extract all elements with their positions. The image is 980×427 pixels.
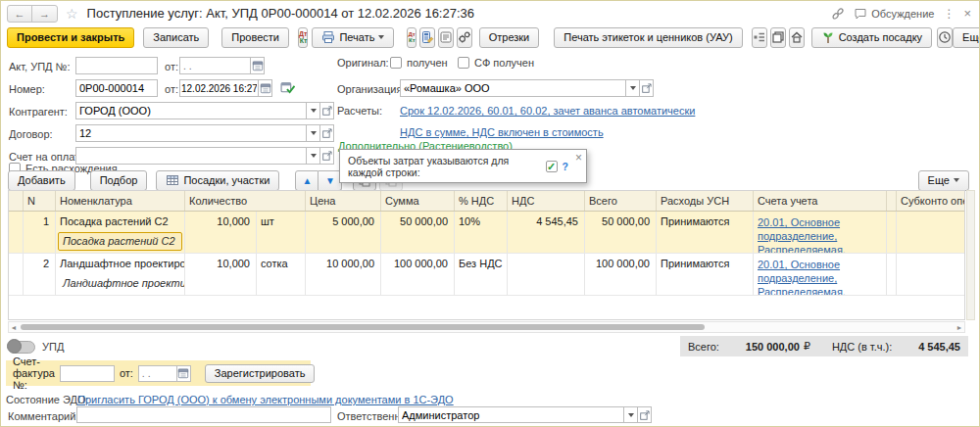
contractor-input[interactable] — [75, 102, 307, 119]
print-button[interactable]: Печать — [312, 27, 394, 48]
create-based-on-button[interactable] — [438, 27, 454, 48]
invoice-number-input[interactable] — [60, 365, 115, 382]
show-postings-button[interactable]: ДтКт — [298, 27, 308, 48]
set-current-date-icon[interactable] — [280, 80, 295, 95]
header-subconto[interactable]: Субконто опер. сч — [897, 191, 964, 211]
close-icon[interactable]: × — [963, 6, 971, 21]
open-windows-button[interactable] — [770, 27, 786, 48]
organization-input[interactable] — [400, 79, 626, 97]
act-number-input[interactable] — [75, 57, 158, 74]
vat-settings-link[interactable]: НДС в сумме, НДС включен в стоимость — [400, 126, 604, 138]
edo-invite-link[interactable]: Пригласить ГОРОД (ООО) к обмену электрон… — [77, 394, 454, 405]
plantings-button[interactable]: Посадки, участки — [156, 170, 279, 191]
cost-object-cell[interactable]: Ландшафтное проектирование — [56, 274, 184, 293]
more-button[interactable]: Еще — [953, 27, 980, 48]
document-window: ← → ☆ Поступление услуг: Акт, УПД 0Р00-0… — [0, 0, 980, 427]
contract-input[interactable] — [75, 124, 307, 142]
header-sum[interactable]: Сумма — [381, 191, 455, 211]
vertical-scrollbar[interactable] — [966, 190, 975, 320]
contract-dropdown-button[interactable] — [307, 124, 320, 142]
scroll-left-icon[interactable]: ◄ — [9, 324, 19, 331]
number-input[interactable] — [75, 79, 158, 97]
responsible-dropdown-button[interactable] — [624, 406, 638, 423]
check-document-button[interactable] — [419, 27, 435, 48]
header-selector — [9, 191, 24, 211]
home-button[interactable] — [789, 27, 805, 48]
cost-objects-checkbox[interactable]: ✓ — [546, 161, 558, 172]
contractor-open-button[interactable] — [320, 102, 334, 119]
calendar-icon[interactable] — [251, 57, 265, 74]
price-cell: 10 000,00 — [306, 254, 381, 295]
table-row[interactable]: 1 Посадка растений С2 Посадка растений С… — [9, 212, 964, 254]
history-button[interactable] — [937, 27, 953, 48]
header-vat[interactable]: НДС — [508, 191, 585, 211]
table-more-button[interactable]: Еще — [918, 170, 969, 191]
spacer-cell — [887, 212, 897, 253]
total-value: 150 000,00 — [746, 341, 800, 353]
discussion-button[interactable]: Обсуждение — [854, 7, 934, 21]
back-button[interactable]: ← — [8, 6, 32, 22]
act-date-input[interactable] — [179, 57, 251, 74]
header-vat-rate[interactable]: % НДС — [455, 191, 508, 211]
invoice-date-input[interactable] — [138, 365, 177, 382]
popup-help-icon[interactable]: ? — [563, 161, 568, 172]
header-total[interactable]: Всего — [585, 191, 657, 211]
forward-button[interactable]: → — [32, 6, 57, 22]
original-received-checkbox[interactable] — [390, 57, 402, 69]
responsible-open-button[interactable] — [638, 406, 652, 423]
popup-close-icon[interactable]: × — [575, 151, 582, 165]
calendar-icon[interactable] — [259, 79, 272, 97]
create-planting-button[interactable]: Создать посадку — [811, 27, 932, 48]
act-date-field — [179, 57, 265, 74]
post-button[interactable]: Провести — [221, 27, 289, 48]
sf-received-checkbox[interactable] — [458, 57, 469, 69]
contract-open-button[interactable] — [320, 124, 334, 142]
header-accounts[interactable]: Счета учета — [754, 191, 887, 211]
header-quantity[interactable]: Количество — [185, 191, 306, 211]
settlements-link[interactable]: Срок 12.02.2026, 60.01, 60.02, зачет ава… — [400, 105, 695, 117]
scrollbar-thumb[interactable] — [21, 324, 705, 330]
organization-open-button[interactable] — [640, 79, 654, 97]
contractor-dropdown-button[interactable] — [307, 102, 320, 119]
segments-button[interactable]: Отрезки — [479, 27, 540, 48]
cost-object-cell-active[interactable]: Посадка растений С2 — [58, 232, 182, 251]
header-price[interactable]: Цена — [306, 191, 381, 211]
move-row-up-button[interactable]: ▲ — [295, 170, 318, 191]
upd-toggle-knob[interactable] — [7, 339, 22, 354]
header-nomenclature[interactable]: Номенклатура — [56, 191, 185, 211]
nomenclature-cell: Ландшафтное проектирование Ландшафтное п… — [56, 254, 185, 295]
scroll-right-icon[interactable]: ► — [955, 324, 964, 331]
accounts-link[interactable]: 20.01, Основное подразделение, Распредел… — [758, 216, 846, 253]
structure-button[interactable] — [752, 27, 767, 48]
accounts-link[interactable]: 20.01, Основное подразделение, Распредел… — [758, 259, 846, 295]
table-row[interactable]: 2 Ландшафтное проектирование Ландшафтное… — [9, 254, 964, 296]
more-menu-icon[interactable]: ⋮ — [943, 7, 955, 21]
pick-button[interactable]: Подбор — [90, 170, 148, 191]
open-icon — [641, 82, 653, 94]
document-date-input[interactable] — [179, 79, 259, 97]
usn-cell: Принимаются — [657, 212, 754, 253]
contract-label: Договор: — [9, 128, 53, 140]
scrollbar-track[interactable] — [19, 322, 955, 332]
organization-dropdown-button[interactable] — [626, 79, 640, 97]
original-label: Оригинал: — [337, 57, 389, 69]
register-invoice-button[interactable]: Зарегистрировать — [205, 364, 316, 383]
payment-invoice-open-button[interactable] — [320, 147, 334, 165]
postings-report-button[interactable]: ДтКт — [407, 27, 416, 48]
header-usn[interactable]: Расходы УСН — [657, 191, 754, 211]
save-button[interactable]: Записать — [143, 27, 209, 48]
header-n[interactable]: N — [24, 191, 56, 211]
link-icon[interactable] — [831, 7, 845, 21]
payment-invoice-dropdown-button[interactable] — [307, 147, 320, 165]
responsible-field — [398, 406, 652, 423]
open-icon — [321, 150, 333, 162]
calendar-icon[interactable] — [177, 365, 191, 382]
print-labels-button[interactable]: Печать этикеток и ценников (УАУ) — [554, 27, 742, 48]
favorite-star-icon[interactable]: ☆ — [66, 7, 78, 21]
add-row-button[interactable]: Добавить — [8, 170, 75, 191]
responsible-input[interactable] — [398, 406, 624, 423]
horizontal-scrollbar[interactable]: ◄ ► — [8, 321, 965, 333]
post-and-close-button[interactable]: Провести и закрыть — [7, 27, 134, 48]
comment-input[interactable] — [76, 406, 331, 423]
related-documents-button[interactable] — [457, 27, 472, 48]
